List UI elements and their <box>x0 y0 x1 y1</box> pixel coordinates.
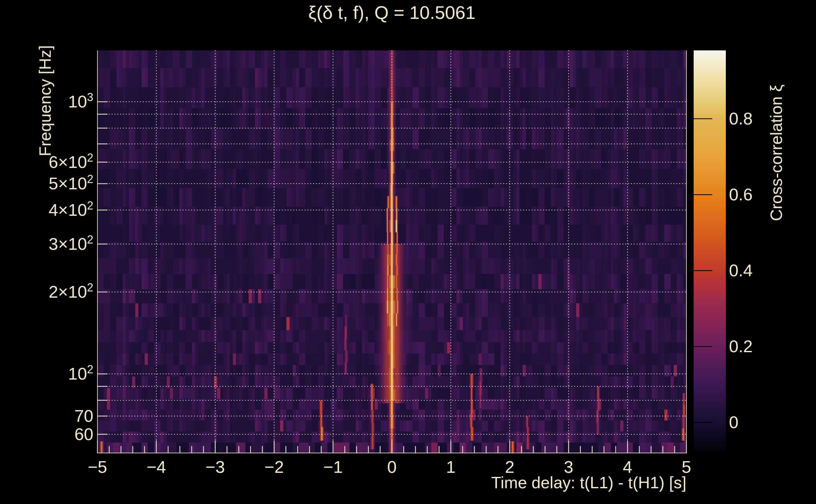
x-tick-label: 0 <box>367 457 417 476</box>
correlation-heatmap-canvas <box>0 0 816 504</box>
y-tick-label: 4×102 <box>13 200 93 221</box>
x-tick-label: −2 <box>249 457 299 476</box>
y-tick-label: 3×102 <box>13 234 93 255</box>
x-tick-label: 4 <box>602 457 653 476</box>
y-tick-label: 5×102 <box>13 174 93 195</box>
y-tick-label: 102 <box>13 364 93 385</box>
x-tick-label: 3 <box>543 457 594 476</box>
colorbar-label: Cross-correlation ξ <box>767 84 786 221</box>
x-tick-label: −1 <box>308 457 358 476</box>
colorbar-tick-label: 0.4 <box>729 261 753 280</box>
y-tick-label: 70 <box>13 406 93 425</box>
colorbar-tick-label: 0 <box>729 413 738 432</box>
colorbar-tick-label: 0.8 <box>729 109 753 128</box>
y-tick-label: 6×102 <box>13 152 93 174</box>
colorbar-tick-label: 0.6 <box>729 185 753 204</box>
y-tick-label: 103 <box>13 92 93 113</box>
x-tick-label: −5 <box>72 457 123 476</box>
x-tick-label: 5 <box>661 457 712 476</box>
colorbar-tick-label: 0.2 <box>729 337 753 356</box>
figure: ξ(δ t, f), Q = 10.5061 Frequency [Hz] Ti… <box>0 0 816 504</box>
y-tick-label: 60 <box>13 425 93 444</box>
chart-title: ξ(δ t, f), Q = 10.5061 <box>0 2 784 23</box>
x-tick-label: −4 <box>131 457 181 476</box>
y-tick-label: 2×102 <box>13 282 93 303</box>
x-tick-label: 1 <box>426 457 476 476</box>
x-tick-label: 2 <box>485 457 535 476</box>
x-tick-label: −3 <box>190 457 241 476</box>
